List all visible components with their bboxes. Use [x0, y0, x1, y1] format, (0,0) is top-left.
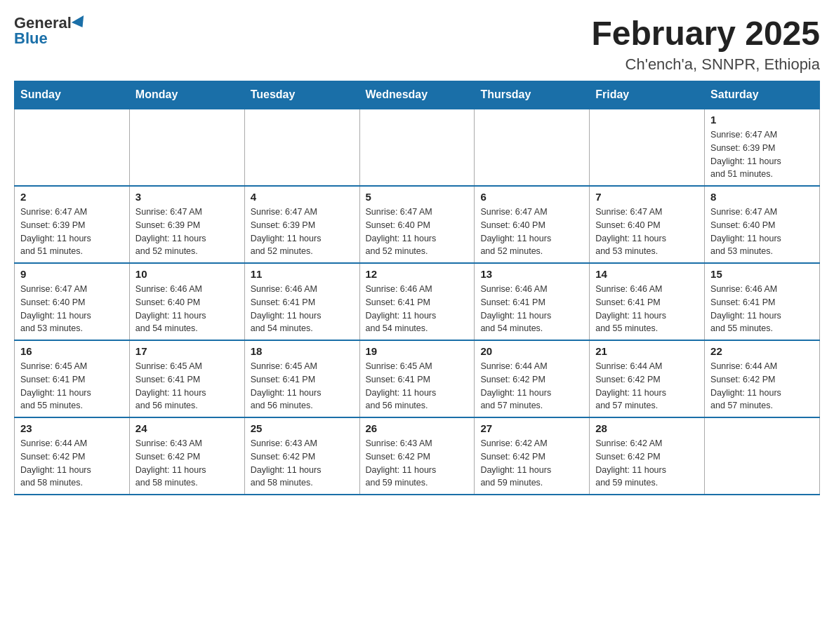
calendar-cell: 3Sunrise: 6:47 AM Sunset: 6:39 PM Daylig…: [129, 186, 244, 263]
calendar-cell: 21Sunrise: 6:44 AM Sunset: 6:42 PM Dayli…: [590, 340, 705, 417]
calendar-cell: 4Sunrise: 6:47 AM Sunset: 6:39 PM Daylig…: [244, 186, 359, 263]
calendar-cell: 12Sunrise: 6:46 AM Sunset: 6:41 PM Dayli…: [359, 263, 475, 340]
day-number: 12: [366, 268, 469, 280]
calendar-cell: 25Sunrise: 6:43 AM Sunset: 6:42 PM Dayli…: [244, 417, 359, 495]
day-info: Sunrise: 6:47 AM Sunset: 6:39 PM Dayligh…: [710, 128, 814, 181]
day-info: Sunrise: 6:46 AM Sunset: 6:41 PM Dayligh…: [366, 283, 469, 335]
calendar-cell: 18Sunrise: 6:45 AM Sunset: 6:41 PM Dayli…: [244, 340, 359, 417]
day-number: 7: [595, 191, 699, 203]
day-info: Sunrise: 6:43 AM Sunset: 6:42 PM Dayligh…: [135, 437, 239, 490]
day-number: 4: [251, 191, 354, 203]
day-info: Sunrise: 6:44 AM Sunset: 6:42 PM Dayligh…: [480, 360, 583, 412]
day-info: Sunrise: 6:43 AM Sunset: 6:42 PM Dayligh…: [251, 437, 354, 490]
day-number: 18: [251, 345, 354, 357]
day-info: Sunrise: 6:47 AM Sunset: 6:39 PM Dayligh…: [20, 206, 124, 258]
calendar-header-row: SundayMondayTuesdayWednesdayThursdayFrid…: [15, 81, 820, 109]
day-info: Sunrise: 6:45 AM Sunset: 6:41 PM Dayligh…: [366, 360, 469, 412]
day-number: 21: [595, 345, 699, 357]
day-info: Sunrise: 6:45 AM Sunset: 6:41 PM Dayligh…: [135, 360, 239, 412]
calendar-cell: 6Sunrise: 6:47 AM Sunset: 6:40 PM Daylig…: [475, 186, 590, 263]
day-info: Sunrise: 6:46 AM Sunset: 6:41 PM Dayligh…: [710, 283, 814, 335]
day-info: Sunrise: 6:47 AM Sunset: 6:40 PM Dayligh…: [366, 206, 469, 258]
day-info: Sunrise: 6:45 AM Sunset: 6:41 PM Dayligh…: [20, 360, 124, 412]
calendar-day-header: Monday: [129, 81, 244, 109]
day-number: 1: [710, 114, 814, 126]
day-number: 17: [135, 345, 239, 357]
day-info: Sunrise: 6:45 AM Sunset: 6:41 PM Dayligh…: [251, 360, 354, 412]
calendar-day-header: Sunday: [15, 81, 130, 109]
calendar-cell: [244, 109, 359, 186]
calendar-cell: 13Sunrise: 6:46 AM Sunset: 6:41 PM Dayli…: [475, 263, 590, 340]
calendar-cell: [590, 109, 705, 186]
calendar-week-row: 9Sunrise: 6:47 AM Sunset: 6:40 PM Daylig…: [15, 263, 820, 340]
day-number: 15: [710, 268, 814, 280]
day-info: Sunrise: 6:47 AM Sunset: 6:40 PM Dayligh…: [710, 206, 814, 258]
day-info: Sunrise: 6:47 AM Sunset: 6:40 PM Dayligh…: [20, 283, 124, 335]
calendar-day-header: Friday: [590, 81, 705, 109]
day-number: 23: [20, 422, 124, 434]
calendar-cell: 26Sunrise: 6:43 AM Sunset: 6:42 PM Dayli…: [359, 417, 475, 495]
calendar-cell: 20Sunrise: 6:44 AM Sunset: 6:42 PM Dayli…: [475, 340, 590, 417]
calendar-cell: 27Sunrise: 6:42 AM Sunset: 6:42 PM Dayli…: [475, 417, 590, 495]
day-number: 11: [251, 268, 354, 280]
day-number: 13: [480, 268, 583, 280]
calendar-cell: 16Sunrise: 6:45 AM Sunset: 6:41 PM Dayli…: [15, 340, 130, 417]
day-info: Sunrise: 6:46 AM Sunset: 6:41 PM Dayligh…: [480, 283, 583, 335]
calendar-cell: 11Sunrise: 6:46 AM Sunset: 6:41 PM Dayli…: [244, 263, 359, 340]
day-info: Sunrise: 6:44 AM Sunset: 6:42 PM Dayligh…: [710, 360, 814, 412]
calendar-cell: 23Sunrise: 6:44 AM Sunset: 6:42 PM Dayli…: [15, 417, 130, 495]
day-number: 6: [480, 191, 583, 203]
day-number: 19: [366, 345, 469, 357]
calendar-cell: 2Sunrise: 6:47 AM Sunset: 6:39 PM Daylig…: [15, 186, 130, 263]
calendar-cell: 15Sunrise: 6:46 AM Sunset: 6:41 PM Dayli…: [705, 263, 820, 340]
day-number: 28: [595, 422, 699, 434]
calendar-day-header: Wednesday: [359, 81, 475, 109]
day-number: 2: [20, 191, 124, 203]
day-number: 16: [20, 345, 124, 357]
calendar-cell: 10Sunrise: 6:46 AM Sunset: 6:40 PM Dayli…: [129, 263, 244, 340]
calendar-cell: 24Sunrise: 6:43 AM Sunset: 6:42 PM Dayli…: [129, 417, 244, 495]
calendar-cell: 8Sunrise: 6:47 AM Sunset: 6:40 PM Daylig…: [705, 186, 820, 263]
calendar-cell: 1Sunrise: 6:47 AM Sunset: 6:39 PM Daylig…: [705, 109, 820, 186]
day-number: 10: [135, 268, 239, 280]
day-info: Sunrise: 6:46 AM Sunset: 6:41 PM Dayligh…: [595, 283, 699, 335]
calendar-week-row: 16Sunrise: 6:45 AM Sunset: 6:41 PM Dayli…: [15, 340, 820, 417]
logo-blue: Blue: [14, 29, 48, 48]
day-info: Sunrise: 6:46 AM Sunset: 6:40 PM Dayligh…: [135, 283, 239, 335]
calendar-table: SundayMondayTuesdayWednesdayThursdayFrid…: [14, 81, 820, 495]
title-area: February 2025 Ch'ench'a, SNNPR, Ethiopia: [591, 14, 820, 74]
day-number: 25: [251, 422, 354, 434]
day-info: Sunrise: 6:42 AM Sunset: 6:42 PM Dayligh…: [480, 437, 583, 490]
day-info: Sunrise: 6:47 AM Sunset: 6:40 PM Dayligh…: [480, 206, 583, 258]
calendar-cell: 9Sunrise: 6:47 AM Sunset: 6:40 PM Daylig…: [15, 263, 130, 340]
calendar-day-header: Tuesday: [244, 81, 359, 109]
day-number: 20: [480, 345, 583, 357]
calendar-cell: 22Sunrise: 6:44 AM Sunset: 6:42 PM Dayli…: [705, 340, 820, 417]
calendar-cell: 14Sunrise: 6:46 AM Sunset: 6:41 PM Dayli…: [590, 263, 705, 340]
logo: General Blue: [14, 14, 87, 48]
calendar-cell: [15, 109, 130, 186]
logo-arrow-icon: [72, 15, 88, 31]
day-info: Sunrise: 6:47 AM Sunset: 6:39 PM Dayligh…: [135, 206, 239, 258]
day-info: Sunrise: 6:43 AM Sunset: 6:42 PM Dayligh…: [366, 437, 469, 490]
page-header: General Blue February 2025 Ch'ench'a, SN…: [14, 14, 820, 74]
day-info: Sunrise: 6:42 AM Sunset: 6:42 PM Dayligh…: [595, 437, 699, 490]
calendar-cell: 17Sunrise: 6:45 AM Sunset: 6:41 PM Dayli…: [129, 340, 244, 417]
day-number: 3: [135, 191, 239, 203]
day-info: Sunrise: 6:47 AM Sunset: 6:39 PM Dayligh…: [251, 206, 354, 258]
calendar-week-row: 2Sunrise: 6:47 AM Sunset: 6:39 PM Daylig…: [15, 186, 820, 263]
day-number: 26: [366, 422, 469, 434]
day-number: 5: [366, 191, 469, 203]
day-number: 24: [135, 422, 239, 434]
day-number: 14: [595, 268, 699, 280]
calendar-cell: [359, 109, 475, 186]
day-number: 9: [20, 268, 124, 280]
calendar-cell: 28Sunrise: 6:42 AM Sunset: 6:42 PM Dayli…: [590, 417, 705, 495]
location: Ch'ench'a, SNNPR, Ethiopia: [591, 55, 820, 74]
day-info: Sunrise: 6:44 AM Sunset: 6:42 PM Dayligh…: [595, 360, 699, 412]
day-info: Sunrise: 6:44 AM Sunset: 6:42 PM Dayligh…: [20, 437, 124, 490]
month-title: February 2025: [591, 14, 820, 53]
calendar-cell: 19Sunrise: 6:45 AM Sunset: 6:41 PM Dayli…: [359, 340, 475, 417]
calendar-cell: [705, 417, 820, 495]
day-number: 22: [710, 345, 814, 357]
